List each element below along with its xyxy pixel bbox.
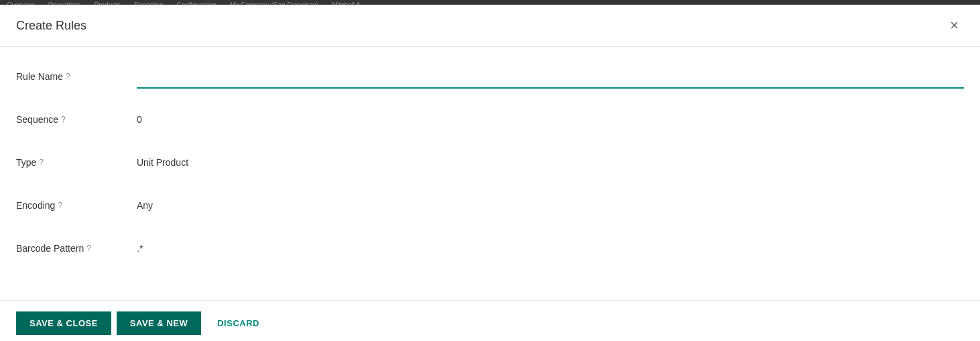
barcode-pattern-help-icon[interactable]: ? [86, 244, 91, 253]
type-label: Type ? [16, 153, 137, 168]
encoding-value: Any [137, 196, 964, 211]
encoding-label: Encoding ? [16, 196, 137, 211]
sequence-help-icon[interactable]: ? [61, 115, 66, 124]
modal-title: Create Rules [16, 19, 86, 33]
rule-name-row: Rule Name ? [16, 67, 964, 91]
barcode-pattern-value: .* [137, 239, 964, 254]
save-close-button[interactable]: SAVE & CLOSE [16, 311, 111, 335]
type-row: Type ? Unit Product [16, 153, 964, 177]
rule-name-field-wrapper [137, 67, 964, 89]
encoding-row: Encoding ? Any [16, 196, 964, 220]
modal-body: Rule Name ? Sequence ? 0 Type ? [0, 47, 980, 300]
save-new-button[interactable]: SAVE & NEW [117, 311, 201, 335]
modal-header: Create Rules × [0, 5, 980, 47]
rule-name-help-icon[interactable]: ? [66, 72, 70, 81]
encoding-help-icon[interactable]: ? [58, 201, 62, 210]
rule-name-label: Rule Name ? [16, 67, 137, 82]
modal-footer: SAVE & CLOSE SAVE & NEW DISCARD [0, 300, 980, 341]
sequence-label: Sequence ? [16, 110, 137, 125]
barcode-pattern-row: Barcode Pattern ? .* [16, 239, 964, 263]
barcode-pattern-label: Barcode Pattern ? [16, 239, 137, 254]
modal-overlay: Create Rules × Rule Name ? Sequence ? 0 [0, 0, 980, 341]
type-value: Unit Product [137, 153, 964, 168]
close-button[interactable]: × [944, 15, 964, 36]
sequence-row: Sequence ? 0 [16, 110, 964, 134]
type-help-icon[interactable]: ? [39, 158, 44, 167]
sequence-value: 0 [137, 110, 964, 125]
rule-name-input[interactable] [137, 71, 964, 89]
discard-button[interactable]: DISCARD [206, 311, 270, 335]
create-rules-modal: Create Rules × Rule Name ? Sequence ? 0 [0, 5, 980, 341]
